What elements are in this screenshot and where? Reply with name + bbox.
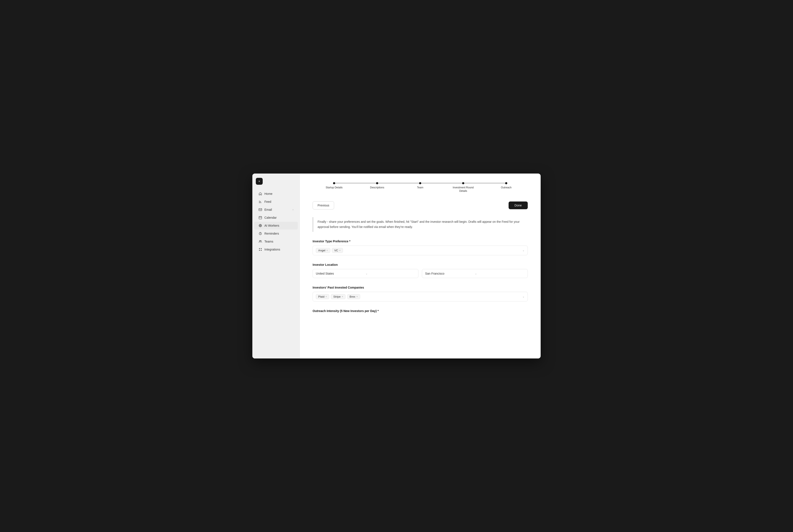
step-connector-4	[463, 183, 506, 183]
teams-icon	[258, 240, 262, 243]
teams-label: Teams	[264, 240, 273, 243]
feed-icon	[258, 200, 262, 204]
info-text: Finally - share your preferences and set…	[317, 220, 520, 229]
step-dot-startup	[333, 182, 335, 184]
country-select[interactable]: United States ⌄	[313, 269, 419, 278]
tag-brex: Brex ×	[347, 294, 360, 299]
step-connector-2	[377, 183, 420, 183]
email-icon	[258, 208, 262, 212]
step-connector-1	[334, 183, 377, 183]
investor-location-section: Investor Location United States ⌄ San Fr…	[313, 263, 528, 278]
svg-point-3	[259, 224, 262, 227]
app-window: × Home Feed	[252, 173, 541, 359]
ai-workers-label: AI Workers	[264, 224, 279, 227]
sidebar-item-integrations[interactable]: Integrations	[254, 246, 298, 253]
svg-point-0	[259, 203, 260, 203]
tag-vc-remove[interactable]: ×	[339, 249, 340, 252]
ai-icon	[258, 224, 262, 228]
past-companies-tags: Plaid × Stripe × Brex ×	[316, 294, 522, 299]
info-block: Finally - share your preferences and set…	[313, 217, 528, 232]
step-outreach: Outreach	[485, 182, 528, 189]
integrations-icon	[258, 247, 262, 251]
previous-button[interactable]: Previous	[313, 201, 334, 209]
tag-stripe-label: Stripe	[333, 295, 340, 298]
country-value: United States	[316, 272, 366, 275]
past-companies-label: Investors' Past Invested Companies	[313, 286, 528, 289]
step-investment-round: Investment RoundDetails	[442, 182, 485, 193]
investor-type-tags: Angel × VC ×	[316, 248, 522, 253]
step-dot-investment	[462, 182, 464, 184]
outreach-intensity-section: Outreach Intensity (5 New Investors per …	[313, 309, 528, 313]
sidebar-item-teams[interactable]: Teams	[254, 238, 298, 245]
home-label: Home	[264, 192, 272, 195]
investor-type-section: Investor Type Preference * Angel × VC × …	[313, 240, 528, 255]
sidebar: × Home Feed	[252, 173, 300, 359]
past-companies-select[interactable]: Plaid × Stripe × Brex × ⌄	[313, 292, 528, 302]
tag-stripe-remove[interactable]: ×	[342, 295, 343, 298]
location-row: United States ⌄ San Francisco ⌄	[313, 269, 528, 278]
tag-vc: VC ×	[332, 248, 343, 253]
reminders-icon	[258, 232, 262, 235]
past-companies-section: Investors' Past Invested Companies Plaid…	[313, 286, 528, 302]
tag-plaid-label: Plaid	[318, 295, 325, 298]
action-buttons-row: Previous Done	[313, 201, 528, 209]
progress-stepper: Startup Details Descriptions Team Invest…	[313, 182, 528, 193]
investor-type-label: Investor Type Preference *	[313, 240, 528, 243]
step-descriptions: Descriptions	[356, 182, 399, 189]
tag-angel: Angel ×	[316, 248, 330, 253]
step-dot-descriptions	[376, 182, 378, 184]
main-content: Startup Details Descriptions Team Invest…	[300, 173, 541, 359]
tag-vc-label: VC	[334, 249, 338, 252]
feed-label: Feed	[264, 200, 271, 204]
reminders-label: Reminders	[264, 232, 279, 235]
tag-plaid: Plaid ×	[316, 294, 329, 299]
calendar-label: Calendar	[264, 216, 277, 219]
home-icon	[258, 192, 262, 196]
city-value: San Francisco	[425, 272, 475, 275]
tag-angel-label: Angel	[318, 249, 325, 252]
investor-location-label: Investor Location	[313, 263, 528, 266]
svg-point-6	[259, 241, 260, 241]
step-label-investment: Investment RoundDetails	[453, 186, 474, 193]
sidebar-item-email[interactable]: Email ›	[254, 206, 298, 213]
past-companies-dropdown-icon: ⌄	[522, 295, 524, 298]
tag-angel-remove[interactable]: ×	[326, 249, 328, 252]
svg-point-4	[260, 225, 261, 226]
investor-type-select[interactable]: Angel × VC × ⌄	[313, 246, 528, 255]
svg-rect-9	[259, 250, 260, 251]
step-dot-team	[419, 182, 421, 184]
investor-type-dropdown-icon: ⌄	[522, 249, 524, 252]
step-label-team: Team	[417, 186, 423, 189]
step-label-startup: Startup Details	[326, 186, 343, 189]
sidebar-item-reminders[interactable]: Reminders	[254, 230, 298, 238]
sidebar-item-calendar[interactable]: Calendar	[254, 214, 298, 222]
step-label-outreach: Outreach	[501, 186, 511, 189]
close-button[interactable]: ×	[256, 178, 263, 185]
svg-rect-10	[261, 248, 262, 249]
step-startup-details: Startup Details	[313, 182, 356, 189]
sidebar-item-feed[interactable]: Feed	[254, 198, 298, 206]
email-label: Email	[264, 208, 272, 211]
step-team: Team	[399, 182, 442, 189]
tag-plaid-remove[interactable]: ×	[326, 295, 327, 298]
city-dropdown-icon: ⌄	[475, 272, 524, 275]
svg-rect-8	[259, 248, 260, 249]
step-connector-3	[420, 183, 463, 183]
step-label-descriptions: Descriptions	[370, 186, 384, 189]
sidebar-item-home[interactable]: Home	[254, 190, 298, 197]
integrations-label: Integrations	[264, 248, 280, 251]
tag-stripe: Stripe ×	[331, 294, 345, 299]
done-button[interactable]: Done	[509, 202, 528, 209]
sidebar-item-ai-workers[interactable]: AI Workers	[254, 222, 298, 229]
svg-rect-11	[261, 250, 262, 251]
outreach-intensity-label: Outreach Intensity (5 New Investors per …	[313, 309, 528, 313]
city-select[interactable]: San Francisco ⌄	[422, 269, 528, 278]
country-dropdown-icon: ⌄	[366, 272, 415, 275]
step-dot-outreach	[505, 182, 507, 184]
svg-rect-2	[259, 216, 262, 219]
tag-brex-label: Brex	[350, 295, 355, 298]
svg-rect-1	[259, 209, 262, 211]
svg-point-7	[260, 241, 261, 241]
tag-brex-remove[interactable]: ×	[356, 295, 358, 298]
email-arrow-icon: ›	[293, 208, 293, 211]
